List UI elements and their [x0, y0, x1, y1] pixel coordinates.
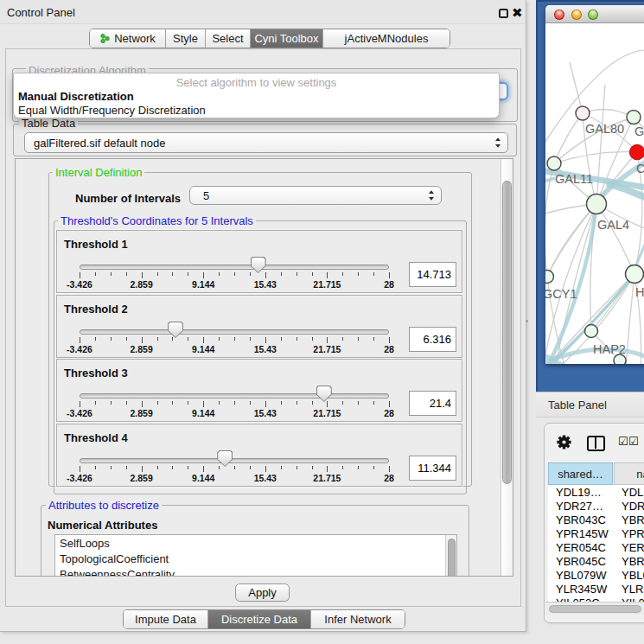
apply-button[interactable]: Apply — [235, 583, 290, 602]
algorithm-prompt-item[interactable]: Select algorithm to view settings — [14, 76, 499, 89]
control-panel-titlebar[interactable]: Control Panel ✖ — [0, 0, 526, 24]
slider-tick — [188, 466, 188, 469]
slider-tick — [358, 337, 359, 341]
attribute-item[interactable]: TopologicalCoefficient — [55, 551, 456, 566]
table-row[interactable]: YBR043CYBR043C — [548, 513, 644, 526]
network-canvas[interactable]: GAL80 GA C GAL11 GAL4 GCY1 H HAP2 — [545, 23, 644, 364]
slider-thumb[interactable] — [168, 322, 183, 338]
slider-tick — [296, 337, 297, 341]
slider-thumb[interactable] — [217, 450, 233, 467]
cell-shared-name: YBL079W — [556, 569, 607, 582]
slider-thumb[interactable] — [251, 257, 266, 273]
bottom-tab-infer-network[interactable]: Infer Network — [311, 610, 405, 628]
gear-icon[interactable] — [557, 435, 571, 453]
list-scrollbar-thumb[interactable] — [448, 539, 456, 577]
bottom-tab-discretize-data[interactable]: Discretize Data — [208, 610, 311, 628]
slider-tick — [219, 337, 220, 341]
slider-tick-label: 21.715 — [313, 344, 341, 354]
table-row[interactable]: YBR045CYBR045C — [548, 554, 644, 568]
slider-tick — [312, 337, 313, 341]
slider-track[interactable] — [80, 458, 389, 463]
table-row[interactable]: YER054CYER054C — [548, 540, 644, 554]
list-scrollbar[interactable] — [445, 535, 456, 577]
checkbox-icon[interactable]: ☑ — [618, 435, 628, 448]
slider-track[interactable] — [80, 265, 389, 270]
zoom-button[interactable] — [588, 10, 598, 20]
table-row[interactable]: YDR27…YDR27… — [548, 499, 644, 513]
bottom-tab-label: Impute Data — [135, 613, 196, 626]
table-data-label: Table Data — [19, 117, 78, 130]
threshold-box-4: Threshold 4-3.4262.8599.14415.4321.71528 — [56, 424, 462, 487]
tab-select[interactable]: Select — [206, 29, 251, 48]
slider-tick-label: 9.144 — [192, 344, 214, 354]
slider-tick — [389, 401, 390, 407]
pane-scrollbar-thumb[interactable] — [502, 181, 512, 484]
threshold-value-field[interactable] — [409, 327, 456, 352]
attribute-item[interactable]: SelfLoops — [55, 535, 456, 551]
node-gal11[interactable] — [547, 156, 561, 170]
threshold-value-field[interactable] — [409, 391, 456, 416]
pane-scrollbar[interactable] — [501, 159, 513, 576]
tab-style[interactable]: Style — [166, 29, 206, 48]
slider-tick — [80, 272, 80, 278]
node-gal4[interactable] — [587, 194, 607, 214]
threshold-value-field[interactable] — [409, 262, 456, 287]
float-window-icon[interactable] — [499, 9, 508, 18]
checkbox-icon[interactable]: ☑ — [628, 435, 639, 448]
table-row[interactable]: YBL079WYBL079W — [548, 569, 644, 583]
attribute-item[interactable]: BetweennessCentrality — [55, 566, 456, 577]
slider-tick — [188, 337, 188, 341]
table-row[interactable]: YLR345WYLR345W — [548, 583, 644, 596]
slider-tick — [327, 272, 328, 278]
panel-resize-grip[interactable] — [526, 320, 528, 322]
tab-cyni-toolbox[interactable]: Cyni Toolbox — [251, 29, 323, 48]
slider-tick — [327, 337, 328, 343]
node-h[interactable] — [626, 265, 644, 284]
slider-tick-label: -3.426 — [67, 473, 92, 483]
close-button[interactable] — [554, 10, 564, 20]
column-header-name[interactable]: name — [614, 462, 644, 485]
table-data-combobox[interactable]: galFiltered.sif default node — [24, 132, 508, 153]
slider-tick — [80, 466, 80, 472]
slider-tick — [219, 272, 220, 276]
algorithm-item-equal-width[interactable]: Equal Width/Frequency Discretization — [18, 104, 206, 117]
column-header-shared-name[interactable]: shared… — [548, 462, 613, 485]
slider-tick — [203, 337, 204, 343]
settings-scrollpane: Interval Definition Number of Intervals … — [15, 158, 513, 577]
slider-tick — [327, 466, 328, 472]
numerical-attributes-list[interactable]: SelfLoopsTopologicalCoefficientBetweenne… — [54, 534, 457, 577]
node-label-gal11: GAL11 — [555, 172, 593, 186]
slider-tick — [157, 401, 158, 405]
table-row[interactable]: YDL19…YDL19… — [548, 485, 644, 499]
slider-tick-label: 9.144 — [192, 473, 214, 483]
slider-track[interactable] — [80, 393, 389, 399]
minimize-button[interactable] — [571, 10, 582, 20]
bottom-tab-impute-data[interactable]: Impute Data — [124, 610, 208, 628]
network-window-titlebar[interactable] — [545, 5, 644, 23]
table-hscrollbar-thumb[interactable] — [549, 605, 641, 613]
node-gcy1[interactable] — [545, 271, 554, 284]
node-c-selected[interactable] — [630, 145, 644, 160]
slider-thumb[interactable] — [316, 386, 332, 402]
close-window-icon[interactable]: ✖ — [512, 5, 523, 21]
tab-label: Select — [212, 32, 243, 45]
slider-tick-label: -3.426 — [67, 279, 92, 290]
threshold-label: Threshold 4 — [64, 431, 128, 444]
tab-jactivemnodules[interactable]: jActiveMNodules — [323, 29, 450, 48]
table-hscrollbar[interactable] — [545, 602, 644, 615]
slider-tick-label: -3.426 — [67, 408, 92, 418]
columns-icon[interactable] — [587, 436, 605, 451]
tab-network[interactable]: Network — [90, 29, 166, 48]
slider-tick — [172, 401, 173, 405]
slider-tick-label: 15.43 — [254, 473, 277, 483]
algorithm-item-manual[interactable]: Manual Discretization — [18, 90, 134, 103]
slider-tick — [250, 466, 251, 469]
table-row[interactable]: YPR145WYPR145W — [548, 526, 644, 540]
threshold-value-field[interactable] — [409, 456, 456, 481]
table-panel-titlebar: Table Panel — [536, 392, 644, 418]
slider-track[interactable] — [80, 329, 389, 335]
node-ga[interactable] — [627, 111, 641, 124]
node-hap2[interactable] — [585, 325, 598, 338]
node-gal80[interactable] — [576, 106, 590, 120]
number-of-intervals-combobox[interactable]: 5 — [189, 186, 442, 205]
